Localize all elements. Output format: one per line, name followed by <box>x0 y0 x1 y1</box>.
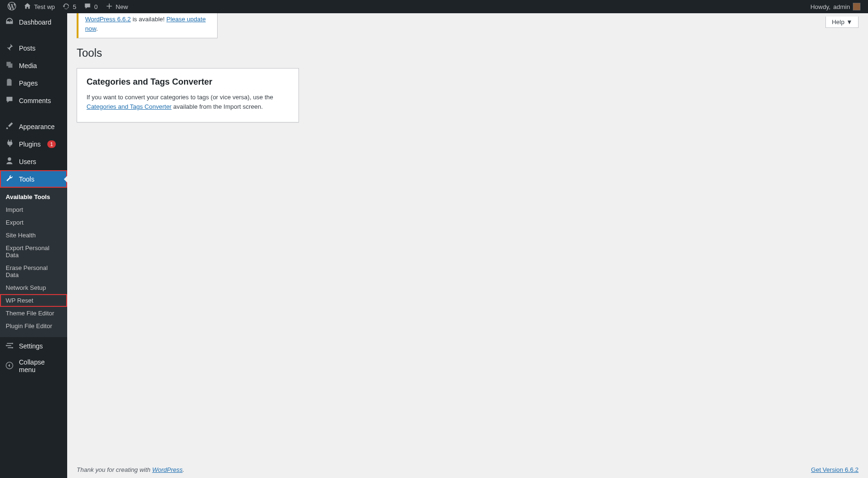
converter-card: Categories and Tags Converter If you wan… <box>77 68 299 122</box>
menu-comments-label: Comments <box>19 97 51 104</box>
menu-comments[interactable]: Comments <box>0 92 67 109</box>
plus-icon <box>105 2 113 11</box>
new-label: New <box>116 3 128 10</box>
main-content: WordPress 6.6.2 is available! Please upd… <box>67 0 868 151</box>
site-name-label: Test wp <box>34 3 55 10</box>
comments-count: 0 <box>94 3 97 10</box>
home-icon <box>24 2 31 11</box>
menu-appearance-label: Appearance <box>19 123 55 130</box>
new-content-link[interactable]: New <box>102 0 132 13</box>
menu-media[interactable]: Media <box>0 57 67 74</box>
card-text-before: If you want to convert your categories t… <box>87 94 273 101</box>
card-heading: Categories and Tags Converter <box>87 77 289 87</box>
menu-pages-label: Pages <box>19 79 38 87</box>
help-tab[interactable]: Help ▼ <box>825 17 859 28</box>
howdy-prefix: Howdy, <box>810 3 830 10</box>
admin-menu: Dashboard Posts Media Pages Comments App… <box>0 13 67 151</box>
plugins-badge: 1 <box>47 140 56 148</box>
updates-count: 5 <box>73 3 76 10</box>
site-name-link[interactable]: Test wp <box>20 0 59 13</box>
update-icon <box>62 2 70 11</box>
menu-dashboard-label: Dashboard <box>19 18 52 26</box>
update-notice: WordPress 6.6.2 is available! Please upd… <box>77 9 218 38</box>
card-text: If you want to convert your categories t… <box>87 93 289 112</box>
brush-icon <box>5 122 14 131</box>
plugin-icon <box>5 139 14 149</box>
menu-separator <box>0 109 67 118</box>
avatar <box>853 3 860 10</box>
card-link[interactable]: Categories and Tags Converter <box>87 103 172 110</box>
menu-appearance[interactable]: Appearance <box>0 118 67 135</box>
page-title: Tools <box>77 47 859 60</box>
pages-icon <box>5 78 14 88</box>
media-icon <box>5 61 14 70</box>
wordpress-icon <box>8 2 16 12</box>
help-label: Help <box>832 18 844 26</box>
menu-plugins-label: Plugins <box>19 140 41 148</box>
menu-separator <box>0 31 67 39</box>
menu-posts[interactable]: Posts <box>0 39 67 57</box>
notice-period: . <box>96 25 98 32</box>
pin-icon <box>5 43 14 53</box>
card-text-after: available from the Import screen. <box>172 103 263 110</box>
comment-icon <box>84 2 91 11</box>
notice-version-link[interactable]: WordPress 6.6.2 <box>85 16 131 23</box>
menu-plugins[interactable]: Plugins 1 <box>0 135 67 151</box>
comments-icon <box>5 96 14 105</box>
my-account-link[interactable]: Howdy, admin <box>807 0 864 13</box>
wp-logo[interactable] <box>4 0 20 13</box>
menu-posts-label: Posts <box>19 44 35 52</box>
admin-bar: Test wp 5 0 New Howdy, admin <box>0 0 868 13</box>
username: admin <box>833 3 850 10</box>
updates-link[interactable]: 5 <box>59 0 80 13</box>
menu-dashboard[interactable]: Dashboard <box>0 13 67 31</box>
dashboard-icon <box>5 17 14 27</box>
notice-available-text: is available! <box>131 16 167 23</box>
menu-pages[interactable]: Pages <box>0 74 67 92</box>
menu-media-label: Media <box>19 62 37 70</box>
comments-link[interactable]: 0 <box>80 0 101 13</box>
chevron-down-icon: ▼ <box>846 18 852 26</box>
